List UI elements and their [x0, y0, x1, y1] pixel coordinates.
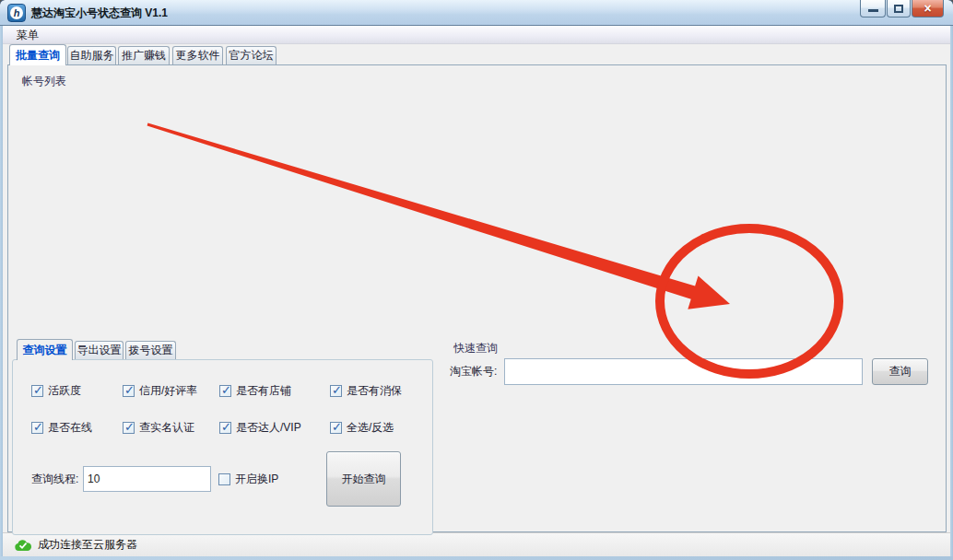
checkbox-credit-rate[interactable]: 信用/好评率 — [123, 383, 197, 398]
menu-item[interactable]: 菜单 — [13, 26, 42, 44]
checkbox-icon — [31, 422, 43, 434]
start-query-button[interactable]: 开始查询 — [326, 451, 401, 507]
tab-more-software[interactable]: 更多软件 — [172, 46, 223, 64]
app-icon: h — [7, 4, 26, 22]
status-text: 成功连接至云服务器 — [38, 537, 137, 553]
window-title: 慧达淘宝小号状态查询 V1.1 — [31, 0, 168, 26]
checkbox-icon — [219, 385, 231, 397]
title-bar: h 慧达淘宝小号状态查询 V1.1 × — [0, 0, 953, 26]
checkbox-icon — [219, 422, 231, 434]
checkbox-icon — [31, 385, 43, 397]
close-button[interactable]: × — [912, 0, 944, 18]
window-border-bottom — [0, 556, 953, 560]
status-bar: 成功连接至云服务器 — [3, 532, 950, 556]
minimize-button[interactable] — [860, 0, 886, 18]
maximize-button[interactable] — [887, 0, 911, 18]
checkbox-activity[interactable]: 活跃度 — [31, 383, 81, 398]
checkbox-icon — [218, 473, 230, 485]
tab-export-settings[interactable]: 导出设置 — [75, 341, 124, 359]
checkbox-switch-ip[interactable]: 开启换IP — [218, 472, 278, 486]
tab-dial-settings[interactable]: 拨号设置 — [125, 341, 176, 359]
thread-label: 查询线程: — [31, 466, 78, 492]
tab-query-settings[interactable]: 查询设置 — [17, 339, 73, 360]
checkbox-icon — [330, 422, 342, 434]
cloud-check-icon — [14, 539, 32, 552]
checkbox-select-all[interactable]: 全选/反选 — [330, 420, 394, 435]
tab-promo-earn[interactable]: 推广赚钱 — [118, 46, 170, 64]
checkbox-daren-vip[interactable]: 是否达人/VIP — [219, 420, 301, 435]
checkbox-has-insurance[interactable]: 是否有消保 — [330, 383, 402, 398]
quick-account-label: 淘宝帐号: — [450, 358, 497, 385]
menu-bar: 菜单 — [3, 26, 950, 44]
checkbox-icon — [123, 385, 135, 397]
quick-query-button[interactable]: 查询 — [872, 358, 928, 385]
account-list-group-label: 帐号列表 — [18, 75, 70, 88]
tab-official-forum[interactable]: 官方论坛 — [226, 46, 276, 64]
quick-account-input[interactable] — [504, 358, 863, 385]
maximize-icon — [894, 5, 903, 13]
minimize-icon — [868, 9, 878, 12]
checkbox-online[interactable]: 是否在线 — [31, 420, 92, 435]
tab-self-service[interactable]: 自助服务 — [67, 46, 116, 64]
tab-batch-query[interactable]: 批量查询 — [9, 44, 66, 65]
checkbox-has-shop[interactable]: 是否有店铺 — [219, 383, 291, 398]
window-border-left — [0, 26, 3, 556]
thread-input[interactable] — [83, 466, 211, 492]
checkbox-icon — [330, 385, 342, 397]
app-window: h 慧达淘宝小号状态查询 V1.1 × 菜单 批量查询 自助服务 推广赚钱 更多… — [0, 0, 953, 560]
checkbox-icon — [123, 422, 135, 434]
close-icon: × — [924, 2, 931, 15]
quick-query-group-label: 快速查询 — [450, 342, 501, 355]
checkbox-realname[interactable]: 查实名认证 — [123, 420, 194, 435]
